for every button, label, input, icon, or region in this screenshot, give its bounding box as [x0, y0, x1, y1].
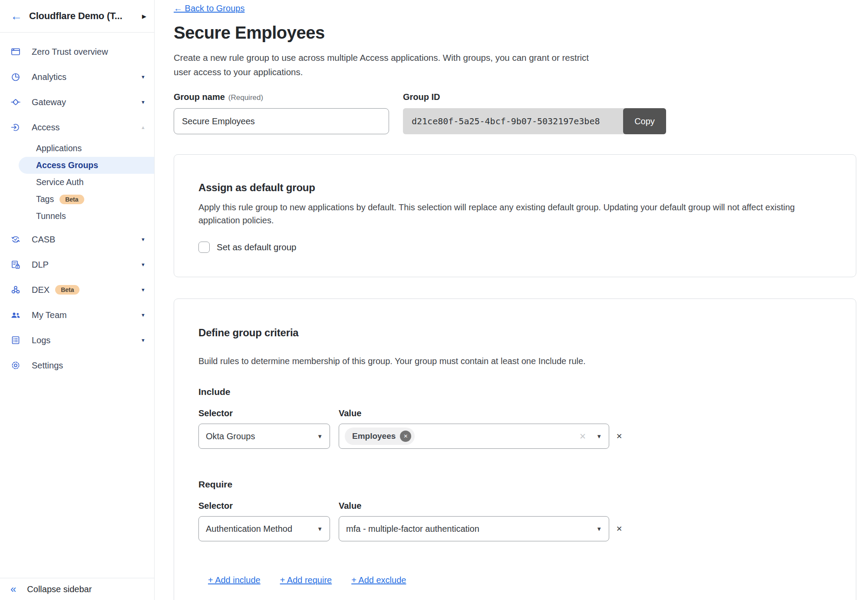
- require-selector-label: Selector: [198, 501, 330, 511]
- require-heading: Require: [198, 479, 830, 490]
- add-include-link[interactable]: + Add include: [208, 575, 261, 585]
- sync-check-icon: [10, 234, 21, 245]
- sidebar-item-dlp[interactable]: DLP ▼: [0, 252, 154, 277]
- chevron-down-icon: ▼: [141, 74, 145, 80]
- require-selector-dropdown[interactable]: Authentication Method ▼: [198, 516, 330, 541]
- sidebar-item-label: Settings: [32, 361, 63, 371]
- sidebar-item-tunnels[interactable]: Tunnels: [0, 208, 154, 225]
- assign-default-description: Apply this rule group to new application…: [198, 201, 830, 227]
- sidebar-subitem-label: Applications: [36, 143, 82, 153]
- double-chevron-left-icon: «: [10, 583, 16, 595]
- require-rule-row: Authentication Method ▼ mfa - multiple-f…: [198, 516, 830, 541]
- caret-right-icon[interactable]: ▶: [142, 13, 146, 20]
- remove-include-rule-button[interactable]: ✕: [616, 432, 622, 441]
- collapse-sidebar-button[interactable]: « Collapse sidebar: [0, 578, 154, 600]
- include-selector-dropdown[interactable]: Okta Groups ▼: [198, 424, 330, 449]
- login-arrow-icon: [10, 122, 21, 133]
- group-name-input[interactable]: [174, 108, 389, 134]
- sidebar-item-zero-trust-overview[interactable]: Zero Trust overview: [0, 39, 154, 64]
- sidebar-item-service-auth[interactable]: Service Auth: [0, 174, 154, 191]
- copy-button[interactable]: Copy: [623, 108, 666, 134]
- pie-chart-icon: [10, 72, 21, 82]
- main-content: ← Back to Groups Secure Employees Create…: [155, 0, 868, 600]
- chevron-down-icon: ▼: [596, 526, 602, 532]
- chevron-down-icon: ▼: [141, 237, 145, 242]
- chevron-up-icon: ▲: [141, 125, 145, 130]
- sidebar-item-access-groups[interactable]: Access Groups: [19, 157, 154, 174]
- group-id-value: d21ce80f-5a25-4bcf-9b07-5032197e3be8: [403, 108, 625, 134]
- account-header: ← Cloudflare Demo (T... ▶: [0, 0, 154, 33]
- add-rule-links: + Add include + Add require + Add exclud…: [208, 575, 830, 585]
- chevron-down-icon: ▼: [141, 312, 145, 318]
- remove-chip-icon[interactable]: ✕: [400, 431, 411, 442]
- required-hint: (Required): [228, 93, 263, 102]
- include-heading: Include: [198, 387, 830, 397]
- clear-values-icon[interactable]: ✕: [579, 431, 586, 441]
- default-group-checkbox-row: Set as default group: [198, 242, 830, 253]
- require-labels-row: Selector Value: [198, 501, 830, 511]
- chevron-down-icon: ▼: [141, 338, 145, 343]
- sidebar-item-tags[interactable]: Tags Beta: [0, 191, 154, 208]
- sidebar-item-settings[interactable]: Settings: [0, 353, 154, 378]
- chevron-down-icon: ▼: [141, 262, 145, 267]
- sidebar: ← Cloudflare Demo (T... ▶ Zero Trust ove…: [0, 0, 155, 600]
- gear-icon: [10, 360, 21, 371]
- define-criteria-card: Define group criteria Build rules to det…: [174, 298, 856, 600]
- arrow-left-icon[interactable]: ←: [10, 10, 22, 22]
- page-title: Secure Employees: [174, 23, 856, 43]
- sidebar-subitem-label: Tags: [36, 194, 54, 204]
- sidebar-item-label: Logs: [32, 335, 50, 345]
- require-value-label: Value: [339, 501, 609, 511]
- assign-default-group-card: Assign as default group Apply this rule …: [174, 154, 856, 277]
- sidebar-item-label: CASB: [32, 235, 55, 245]
- group-id-label: Group ID: [403, 92, 666, 102]
- sidebar-item-my-team[interactable]: My Team ▼: [0, 302, 154, 328]
- sidebar-subitem-label: Access Groups: [36, 160, 98, 170]
- chevron-down-icon: ▼: [141, 99, 145, 105]
- sidebar-item-gateway[interactable]: Gateway ▼: [0, 90, 154, 115]
- beta-badge: Beta: [55, 285, 79, 295]
- chevron-down-icon: ▼: [596, 433, 602, 440]
- sidebar-item-label: My Team: [32, 310, 67, 320]
- beta-badge: Beta: [59, 195, 84, 204]
- add-exclude-link[interactable]: + Add exclude: [351, 575, 406, 585]
- include-selector-label: Selector: [198, 408, 330, 418]
- sidebar-item-analytics[interactable]: Analytics ▼: [0, 64, 154, 90]
- sidebar-item-label: DLP: [32, 260, 49, 270]
- gateway-icon: [10, 97, 21, 107]
- require-value-dropdown[interactable]: mfa - multiple-factor authentication ▼: [339, 516, 609, 541]
- sidebar-item-access[interactable]: Access ▲: [0, 115, 154, 140]
- account-title[interactable]: Cloudflare Demo (T...: [29, 10, 139, 22]
- add-require-link[interactable]: + Add require: [280, 575, 332, 585]
- set-default-label: Set as default group: [217, 242, 297, 252]
- sidebar-item-logs[interactable]: Logs ▼: [0, 328, 154, 353]
- collapse-sidebar-label: Collapse sidebar: [27, 584, 92, 594]
- sidebar-item-dex[interactable]: DEX Beta ▼: [0, 277, 154, 302]
- cluster-icon: [10, 285, 21, 295]
- sidebar-item-label: Analytics: [32, 72, 66, 82]
- chevron-down-icon: ▼: [317, 433, 323, 440]
- sidebar-item-applications[interactable]: Applications: [0, 140, 154, 157]
- set-default-checkbox[interactable]: [198, 242, 210, 253]
- sidebar-subitem-label: Service Auth: [36, 177, 83, 187]
- include-value-field[interactable]: Employees ✕ ✕ ▼: [339, 424, 609, 449]
- chevron-down-icon: ▼: [317, 526, 323, 532]
- people-icon: [10, 310, 21, 320]
- define-criteria-heading: Define group criteria: [198, 327, 830, 339]
- define-criteria-description: Build rules to determine membership of t…: [198, 355, 830, 368]
- assign-default-heading: Assign as default group: [198, 182, 830, 194]
- sidebar-item-casb[interactable]: CASB ▼: [0, 227, 154, 252]
- group-name-id-row: Group name(Required) Group ID d21ce80f-5…: [174, 92, 856, 134]
- remove-require-rule-button[interactable]: ✕: [616, 524, 622, 534]
- sidebar-item-label: Gateway: [32, 97, 66, 107]
- browser-window-icon: [10, 46, 21, 57]
- back-to-groups-link[interactable]: ← Back to Groups: [174, 3, 244, 13]
- log-list-icon: [10, 335, 21, 345]
- group-name-label: Group name(Required): [174, 92, 389, 102]
- sidebar-item-label: DEX: [32, 285, 50, 295]
- zero-trust-dashboard: ← Cloudflare Demo (T... ▶ Zero Trust ove…: [0, 0, 868, 600]
- include-rule-row: Okta Groups ▼ Employees ✕ ✕ ▼ ✕: [198, 424, 830, 449]
- page-description: Create a new rule group to use across mu…: [174, 50, 601, 79]
- include-value-label: Value: [339, 408, 609, 418]
- sidebar-subitem-label: Tunnels: [36, 211, 66, 221]
